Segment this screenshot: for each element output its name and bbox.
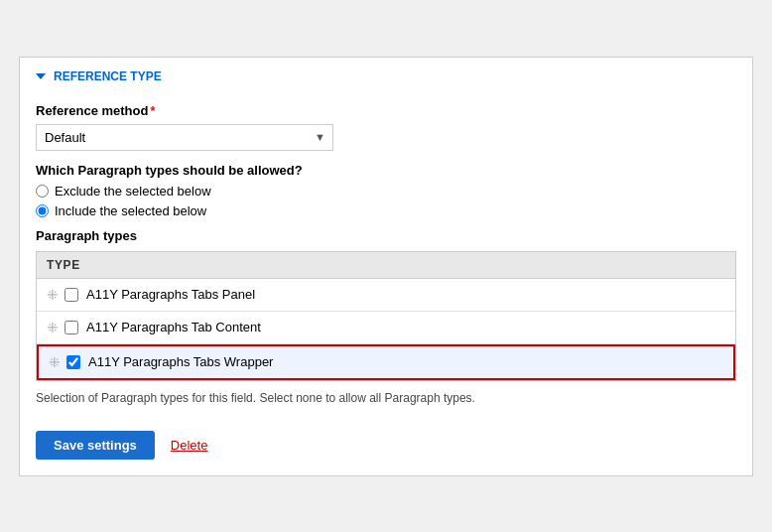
reference-method-select-wrapper: Default Option 1 Option 2 ▼ — [36, 124, 333, 151]
hint-text: Selection of Paragraph types for this fi… — [36, 391, 736, 405]
reference-method-label: Reference method * — [36, 103, 736, 118]
include-radio[interactable] — [36, 204, 49, 217]
exclude-radio-text: Exclude the selected below — [55, 184, 211, 199]
actions-bar: Save settings Delete — [20, 431, 752, 460]
collapse-triangle-icon — [36, 73, 46, 79]
tabs-panel-label: A11Y Paragraphs Tabs Panel — [86, 287, 255, 302]
required-star: * — [150, 103, 155, 118]
paragraph-filter-options: Exclude the selected below Include the s… — [36, 184, 736, 218]
drag-handle-icon[interactable]: ⁜ — [47, 287, 57, 303]
delete-button[interactable]: Delete — [171, 438, 208, 453]
paragraph-types-label-text: Paragraph types — [36, 228, 137, 243]
paragraph-types-table: TYPE ⁜ A11Y Paragraphs Tabs Panel ⁜ A11Y… — [36, 251, 736, 381]
tabs-wrapper-checkbox[interactable] — [66, 355, 80, 369]
paragraph-filter-question-text: Which Paragraph types should be allowed? — [36, 163, 303, 178]
section-title-text: REFERENCE TYPE — [54, 69, 162, 83]
paragraph-filter-question: Which Paragraph types should be allowed? — [36, 163, 736, 178]
tabs-wrapper-label: A11Y Paragraphs Tabs Wrapper — [88, 354, 273, 369]
paragraph-types-label: Paragraph types — [36, 228, 736, 243]
include-radio-text: Include the selected below — [55, 203, 206, 218]
exclude-radio[interactable] — [36, 185, 49, 198]
drag-handle-icon[interactable]: ⁜ — [49, 354, 59, 370]
drag-handle-icon[interactable]: ⁜ — [47, 320, 57, 335]
types-table-header: TYPE — [37, 252, 735, 279]
reference-type-panel: REFERENCE TYPE Reference method * Defaul… — [19, 57, 753, 476]
include-radio-label[interactable]: Include the selected below — [36, 203, 736, 218]
type-column-header: TYPE — [47, 258, 80, 272]
table-row-highlighted: ⁜ A11Y Paragraphs Tabs Wrapper — [37, 344, 735, 380]
section-title: REFERENCE TYPE — [36, 69, 736, 83]
hint-text-content: Selection of Paragraph types for this fi… — [36, 391, 475, 405]
exclude-radio-label[interactable]: Exclude the selected below — [36, 184, 736, 199]
tab-content-checkbox[interactable] — [64, 321, 78, 334]
tabs-panel-checkbox[interactable] — [64, 288, 78, 302]
table-row: ⁜ A11Y Paragraphs Tab Content — [37, 312, 735, 344]
section-body: Reference method * Default Option 1 Opti… — [20, 91, 752, 431]
reference-method-label-text: Reference method — [36, 103, 148, 118]
section-header: REFERENCE TYPE — [20, 58, 752, 91]
tab-content-label: A11Y Paragraphs Tab Content — [86, 320, 261, 334]
table-row: ⁜ A11Y Paragraphs Tabs Panel — [37, 279, 735, 312]
reference-method-select[interactable]: Default Option 1 Option 2 — [36, 124, 333, 151]
save-settings-button[interactable]: Save settings — [36, 431, 155, 460]
